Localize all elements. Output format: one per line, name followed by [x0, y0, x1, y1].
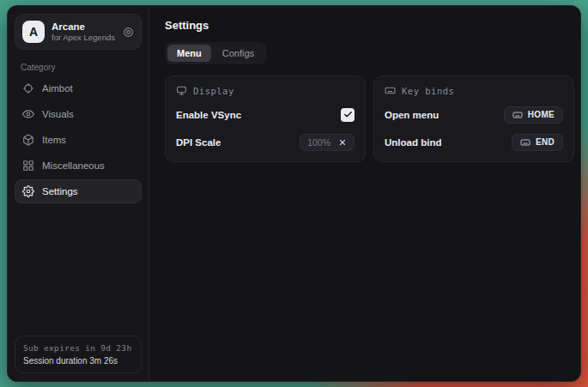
tab-configs[interactable]: Configs	[213, 45, 264, 62]
vsync-checkbox[interactable]	[341, 108, 355, 122]
display-card-title: Display	[193, 86, 234, 96]
sidebar-item-label: Visuals	[42, 109, 74, 119]
dpi-scale-value: 100%	[307, 137, 330, 148]
display-card: Display Enable VSync DPI Scale 100%	[165, 76, 366, 162]
keyboard-icon	[520, 137, 530, 148]
page-title: Settings	[165, 19, 574, 32]
crosshair-icon	[22, 82, 34, 94]
dpi-scale-input[interactable]: 100%	[300, 134, 355, 151]
open-menu-keybind-button[interactable]: HOME	[504, 106, 563, 124]
sidebar-item-label: Aimbot	[42, 83, 73, 94]
check-icon	[343, 110, 353, 119]
keybinds-card: Key binds Open menu HOME Unload bind	[373, 76, 574, 162]
dpi-row: DPI Scale 100%	[176, 133, 355, 151]
category-label: Category	[21, 63, 136, 72]
sidebar-item-settings[interactable]: Settings	[15, 179, 142, 203]
tab-menu[interactable]: Menu	[167, 45, 211, 62]
settings-tabbar: Menu Configs	[165, 42, 266, 64]
clear-icon[interactable]	[338, 138, 347, 147]
session-duration-text: Session duration 3m 26s	[23, 356, 133, 366]
sidebar-item-label: Miscellaneous	[42, 160, 105, 171]
brand-card: A Arcane for Apex Legends	[15, 14, 142, 50]
vsync-row: Enable VSync	[176, 106, 355, 124]
subscription-info: Sub expires in 9d 23h Session duration 3…	[15, 336, 142, 373]
app-name: Arcane	[52, 21, 115, 33]
brand-text: Arcane for Apex Legends	[52, 21, 115, 43]
app-subtitle: for Apex Legends	[52, 33, 115, 43]
gear-icon	[22, 185, 34, 197]
cube-icon	[22, 134, 34, 146]
app-logo: A	[22, 21, 45, 43]
unload-bind-label: Unload bind	[385, 137, 441, 148]
main-content: Settings Menu Configs Display Enable VSy…	[149, 6, 581, 381]
grid-icon	[22, 160, 34, 172]
sidebar-item-aimbot[interactable]: Aimbot	[15, 76, 142, 100]
unload-key: END	[536, 137, 555, 147]
sidebar-item-miscellaneous[interactable]: Miscellaneous	[15, 154, 142, 178]
settings-cards: Display Enable VSync DPI Scale 100%	[165, 76, 574, 162]
open-menu-key: HOME	[528, 110, 555, 119]
unload-keybind-button[interactable]: END	[512, 134, 563, 151]
vsync-label: Enable VSync	[176, 110, 241, 120]
dpi-label: DPI Scale	[176, 137, 221, 148]
open-menu-row: Open menu HOME	[385, 106, 563, 124]
keybinds-card-header: Key binds	[385, 85, 563, 96]
monitor-icon	[176, 85, 187, 96]
keybinds-card-title: Key binds	[402, 86, 454, 96]
category-nav: Aimbot Visuals Items	[15, 76, 142, 203]
unload-bind-row: Unload bind END	[385, 133, 563, 151]
target-icon[interactable]	[123, 27, 134, 38]
open-menu-label: Open menu	[385, 110, 439, 120]
sidebar: A Arcane for Apex Legends Category	[8, 6, 149, 381]
eye-icon	[22, 108, 34, 120]
sidebar-item-label: Settings	[42, 186, 78, 197]
app-window: A Arcane for Apex Legends Category	[7, 5, 581, 382]
sidebar-item-visuals[interactable]: Visuals	[15, 102, 142, 126]
keyboard-icon	[385, 85, 396, 96]
sidebar-item-label: Items	[42, 135, 66, 145]
keyboard-icon	[512, 110, 523, 120]
sidebar-item-items[interactable]: Items	[15, 128, 142, 152]
sub-expires-text: Sub expires in 9d 23h	[23, 343, 133, 353]
display-card-header: Display	[176, 85, 355, 96]
